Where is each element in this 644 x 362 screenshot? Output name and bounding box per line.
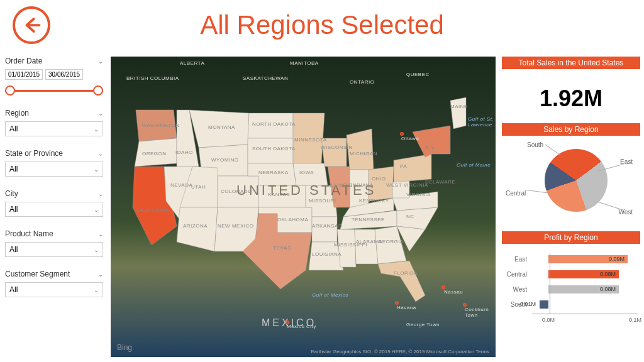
slider-handle-right[interactable] <box>93 85 103 96</box>
state-arizona <box>177 207 218 251</box>
chevron-down-icon: ⌄ <box>94 166 99 173</box>
state-dropdown[interactable]: All⌄ <box>5 162 103 177</box>
map-attribution: Earthstar Geographics SIO, © 2019 HERE, … <box>311 349 489 354</box>
chevron-down-icon[interactable]: ⌄ <box>98 190 103 197</box>
page-title: All Regions Selected <box>13 10 631 40</box>
pie-chart[interactable]: East West Central South <box>502 140 640 228</box>
bar-row: South-0.01M <box>504 298 638 310</box>
date-to-input[interactable]: 30/06/2015 <box>45 69 83 80</box>
chevron-down-icon: ⌄ <box>94 287 99 293</box>
chevron-down-icon: ⌄ <box>94 206 99 213</box>
filter-label-segment: Customer Segment <box>5 270 70 278</box>
chevron-down-icon[interactable]: ⌄ <box>98 231 103 238</box>
region-dropdown[interactable]: All⌄ <box>5 121 103 136</box>
state-florida <box>378 261 425 302</box>
kpi-value: 1.92M <box>502 73 640 119</box>
chevron-down-icon[interactable]: ⌄ <box>98 110 103 117</box>
chevron-down-icon[interactable]: ⌄ <box>98 150 103 157</box>
map-visual[interactable]: UNITED STATES MEXICO ALBERTA BRITISH COL… <box>111 57 496 357</box>
segment-dropdown[interactable]: All⌄ <box>5 282 103 297</box>
pie-title: Sales by Region <box>502 123 640 136</box>
chevron-down-icon: ⌄ <box>94 126 99 133</box>
state-nc <box>397 207 438 229</box>
bars-title: Profit by Region <box>502 231 640 244</box>
date-slider[interactable] <box>5 85 103 96</box>
filter-label-state: State or Province <box>5 149 63 158</box>
kpi-title: Total Sales in the United States <box>502 57 640 69</box>
chevron-down-icon[interactable]: ⌄ <box>98 271 103 278</box>
filter-label-region: Region <box>5 109 29 118</box>
filter-label-product: Product Name <box>5 229 53 238</box>
slider-handle-left[interactable] <box>5 85 15 96</box>
bar-row: East0.09M <box>504 253 638 265</box>
chevron-down-icon: ⌄ <box>94 246 99 253</box>
state-ny <box>413 126 450 157</box>
bing-logo: Bing <box>117 343 132 352</box>
filter-label-city: City <box>5 189 18 198</box>
filter-label-order-date: Order Date <box>5 57 42 65</box>
state-maine <box>450 97 466 129</box>
state-mississippi <box>337 229 356 267</box>
state-pa <box>394 154 431 182</box>
product-dropdown[interactable]: All⌄ <box>5 242 103 257</box>
filter-panel: Order Date⌄ 01/01/2015 30/06/2015 Region… <box>4 57 104 357</box>
bar-row: West0.08M <box>504 283 638 295</box>
date-from-input[interactable]: 01/01/2015 <box>5 69 43 80</box>
state-arkansas <box>312 217 337 242</box>
bar-chart[interactable]: East0.09MCentral0.08MWest0.08MSouth-0.01… <box>502 248 640 323</box>
chevron-down-icon[interactable]: ⌄ <box>98 58 103 65</box>
city-dropdown[interactable]: All⌄ <box>5 202 103 217</box>
bar-row: Central0.08M <box>504 268 638 280</box>
